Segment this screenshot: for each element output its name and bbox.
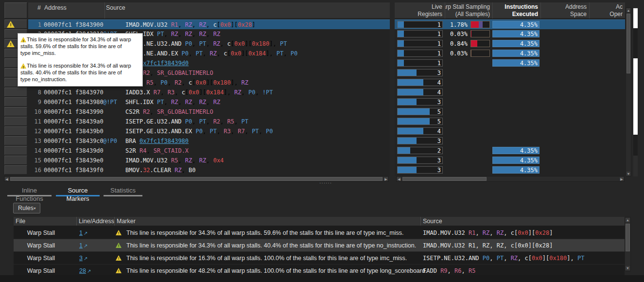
instructions-executed-value: 4.35%: [520, 157, 538, 164]
bar-fill: [398, 157, 417, 163]
column-header-address-space[interactable]: AddressSpace: [540, 2, 589, 18]
column-header-source[interactable]: Source: [420, 217, 625, 226]
marker-text: This line is responsible for 34.3% of al…: [126, 239, 416, 252]
metrics-row[interactable]: 24.35%: [395, 146, 625, 156]
warning-icon[interactable]: !: [20, 37, 26, 42]
scroll-left-icon[interactable]: ◀: [4, 176, 9, 181]
source-row[interactable]: 900007fc1 f3843980@!PTSHFL.IDX PT, RZ, R…: [28, 97, 390, 107]
metrics-row[interactable]: 11.78%4.35%: [395, 19, 625, 29]
marker-row[interactable]: Warp Stall1↗!This line is responsible fo…: [14, 227, 625, 239]
gutter-cell[interactable]: [4, 156, 27, 165]
gutter-cell[interactable]: [4, 136, 27, 145]
live-registers-bar: 3: [397, 166, 443, 174]
metrics-row[interactable]: 3: [395, 68, 625, 78]
gutter-cell[interactable]: [4, 165, 27, 175]
live-registers-bar: 3: [397, 157, 443, 164]
scroll-down-icon[interactable]: ▼: [626, 171, 631, 176]
metrics-row[interactable]: 10.84%4.35%: [395, 39, 625, 49]
warning-icon[interactable]: !: [116, 268, 122, 273]
bar-segment: [471, 40, 477, 47]
warning-icon[interactable]: !: [116, 243, 122, 248]
panel-splitter-handle[interactable]: ······: [311, 180, 340, 186]
gutter-cell[interactable]: [4, 146, 27, 155]
gutter-cell[interactable]: !: [4, 19, 27, 29]
tab-inline-functions[interactable]: Inline Functions: [7, 186, 52, 196]
metrics-row[interactable]: 10.03%4.35%: [395, 29, 625, 39]
line-link[interactable]: 3↗: [79, 252, 87, 265]
source-heatmap-strip[interactable]: [633, 7, 638, 176]
metrics-row[interactable]: 14.35%: [395, 58, 625, 68]
source-row[interactable]: 1300007fc1 f38439c0@!P0BRA 0x7fc1f384398…: [28, 136, 390, 146]
line-number: 13: [28, 136, 41, 146]
column-header-line-address[interactable]: Line/Address: [76, 217, 114, 226]
source-row[interactable]: 1200007fc1 f38439b0ISETP.GE.U32.AND.EX P…: [28, 126, 390, 136]
column-header-address[interactable]: Address: [44, 4, 67, 11]
column-header-live-registers[interactable]: LiveRegisters: [395, 2, 445, 18]
marker-row[interactable]: Warp Stall1↗!This line is responsible fo…: [14, 239, 625, 252]
scroll-down-icon[interactable]: ▼: [625, 265, 630, 271]
metrics-row[interactable]: 5: [395, 117, 625, 126]
metrics-horizontal-scrollbar[interactable]: ◀ ▶: [396, 176, 625, 182]
scroll-right-icon[interactable]: ▶: [619, 176, 624, 181]
source-row[interactable]: 1600007fc1 f38439f0BMOV.32.CLEAR RZ, B0: [28, 165, 390, 175]
line-link[interactable]: 1↗: [79, 227, 87, 240]
column-header-instructions-executed[interactable]: InstructionsExecuted: [492, 2, 540, 18]
gutter-cell[interactable]: [4, 126, 27, 136]
line-link[interactable]: 1↗: [79, 239, 87, 252]
column-header-source[interactable]: Source: [106, 4, 125, 11]
warning-icon[interactable]: !: [116, 255, 122, 261]
external-link-icon: ↗: [84, 230, 87, 236]
scroll-right-icon[interactable]: ▶: [383, 176, 388, 181]
metrics-row[interactable]: 4: [395, 78, 625, 88]
marker-row[interactable]: Warp Stall3↗!This line is responsible fo…: [14, 252, 625, 264]
source-row[interactable]: 100007fc1 f3843900IMAD.MOV.U32 R1, RZ, R…: [28, 19, 390, 29]
rules-dropdown[interactable]: Rules ▼: [13, 203, 40, 213]
bar-fill: [398, 31, 404, 37]
marker-icon-wrap: !: [116, 230, 122, 237]
gutter-cell[interactable]: [4, 88, 27, 97]
column-header-file[interactable]: File: [14, 217, 76, 226]
marker-row[interactable]: Warp Stall28↗!This line is responsible f…: [14, 264, 625, 275]
gutter-cell[interactable]: [4, 117, 27, 126]
metrics-row[interactable]: 4: [395, 88, 625, 97]
warning-icon[interactable]: !: [7, 40, 15, 47]
scroll-up-icon[interactable]: ▲: [625, 217, 630, 223]
gutter-cell[interactable]: [4, 97, 27, 106]
source-row[interactable]: 800007fc1 f3843970IADD3.X R7, R3, c[0x0]…: [28, 88, 390, 97]
live-registers-bar: 1: [397, 50, 443, 57]
scroll-left-icon[interactable]: ◀: [397, 176, 401, 181]
tab-source-markers[interactable]: Source Markers: [56, 186, 100, 196]
scrollbar-thumb[interactable]: [627, 14, 630, 73]
column-header-access-operation[interactable]: AcOper: [589, 2, 625, 18]
warning-icon[interactable]: !: [20, 63, 26, 69]
metrics-row[interactable]: 3: [395, 97, 625, 107]
line-link[interactable]: 28↗: [79, 264, 91, 275]
metrics-row[interactable]: 3: [395, 136, 625, 146]
metrics-row[interactable]: 5: [395, 107, 625, 117]
instruction-text: ISETP.GE.U32.AND P0, PT, R2, R5, PT: [125, 117, 248, 126]
gutter-cell[interactable]: [4, 107, 27, 116]
source-row[interactable]: 1400007fc1 f38439d0S2R R4, SR_CTAID.X: [28, 146, 390, 156]
metrics-row[interactable]: 10.03%4.35%: [395, 49, 625, 58]
source-row[interactable]: 1500007fc1 f38439e0IMAD.MOV.U32 R5, RZ, …: [28, 156, 390, 165]
column-header-warp-stall-sampling[interactable]: arp Stall Sampling(All Samples): [445, 2, 492, 18]
column-header-marker[interactable]: Marker: [114, 217, 420, 226]
scrollbar-thumb[interactable]: [402, 177, 487, 181]
scrollbar-thumb[interactable]: [626, 224, 630, 251]
live-registers-bar: 4: [397, 79, 443, 86]
source-row[interactable]: 1000007fc1 f3843990CS2R R2, SR_GLOBALTIM…: [28, 107, 390, 117]
metrics-row[interactable]: 34.35%: [395, 165, 625, 175]
metrics-row[interactable]: 4: [395, 126, 625, 136]
warning-icon[interactable]: !: [116, 230, 122, 235]
column-header-num[interactable]: #: [31, 4, 41, 11]
instructions-executed-value: 4.35%: [520, 147, 538, 155]
tab-statistics[interactable]: Statistics: [104, 186, 142, 196]
live-registers-bar: 2: [397, 147, 443, 154]
metrics-row[interactable]: 34.35%: [395, 156, 625, 165]
source-row[interactable]: 1100007fc1 f38439a0ISETP.GE.U32.AND P0, …: [28, 117, 390, 126]
marker-table-scrollbar[interactable]: ▲ ▼: [625, 217, 631, 271]
scroll-up-icon[interactable]: ▲: [626, 8, 631, 13]
warning-icon[interactable]: !: [7, 21, 15, 28]
metrics-vertical-scrollbar[interactable]: ▲ ▼: [626, 7, 631, 176]
live-registers-value: 1: [437, 60, 441, 67]
